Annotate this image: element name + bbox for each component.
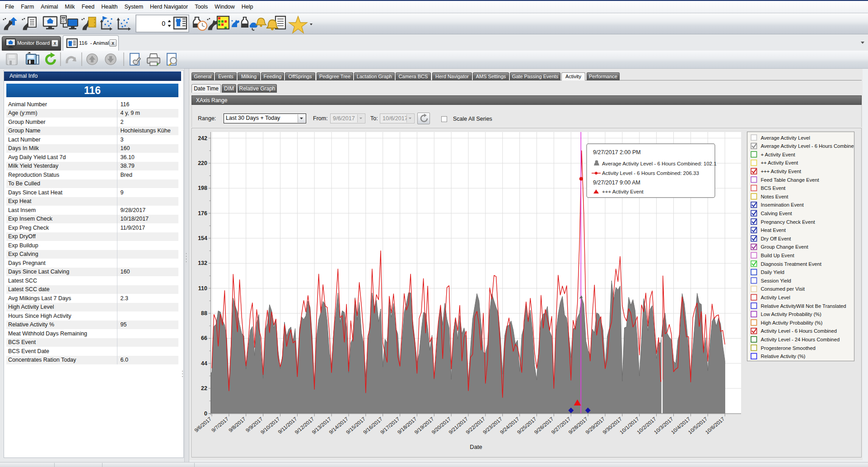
svg-text:+++ Activity Event: +++ Activity Event	[761, 169, 802, 174]
svg-text:Activity Level: Activity Level	[761, 295, 790, 300]
svg-text:Activity Level - 24 Hours Comb: Activity Level - 24 Hours Combined	[761, 337, 840, 342]
svg-text:Activity Level - 6 Hours Combi: Activity Level - 6 Hours Combined	[761, 328, 837, 334]
svg-text:Group Change Event: Group Change Event	[761, 244, 809, 250]
svg-text:88: 88	[201, 310, 207, 316]
svg-text:Date: Date	[470, 443, 482, 450]
svg-text:176: 176	[198, 210, 207, 217]
svg-text:+ Activity Event: + Activity Event	[761, 152, 796, 157]
svg-text:110: 110	[198, 285, 207, 292]
svg-text:9/6/2017: 9/6/2017	[193, 416, 212, 433]
svg-text:Average Activity Level - 6 Hou: Average Activity Level - 6 Hours Combine…	[761, 143, 857, 149]
svg-text:9/7/2017: 9/7/2017	[210, 416, 229, 433]
svg-text:Average Activity Level - 6 Hou: Average Activity Level - 6 Hours Combine…	[602, 161, 717, 166]
svg-text:Relative ActivityWill Not Be T: Relative ActivityWill Not Be Translated	[761, 303, 846, 309]
svg-text:Relative Activity (%): Relative Activity (%)	[761, 354, 806, 359]
svg-text:132: 132	[198, 260, 207, 266]
svg-text:Diagnosis Treatment Event: Diagnosis Treatment Event	[761, 261, 822, 267]
svg-text:10/6/2017: 10/6/2017	[704, 416, 725, 435]
svg-text:Session Yield: Session Yield	[761, 278, 791, 283]
svg-text:Progesterone Smoothed: Progesterone Smoothed	[761, 345, 816, 351]
svg-text:Feed Table Change Event: Feed Table Change Event	[761, 177, 820, 183]
svg-text:22: 22	[201, 385, 207, 392]
svg-text:High Activity Probability (%): High Activity Probability (%)	[761, 320, 823, 325]
svg-text:Low Activity Probability (%): Low Activity Probability (%)	[761, 311, 822, 317]
svg-text:Calving Event: Calving Event	[761, 211, 793, 216]
svg-text:Heat Event: Heat Event	[761, 227, 786, 233]
svg-text:Activity Level - 6 Hours Combi: Activity Level - 6 Hours Combined: 206.3…	[602, 170, 699, 176]
svg-text:242: 242	[198, 135, 207, 142]
svg-text:Dry Off Event: Dry Off Event	[761, 236, 792, 241]
svg-text:Notes Event: Notes Event	[761, 194, 789, 199]
svg-text:44: 44	[201, 360, 207, 367]
svg-text:Build Up Event: Build Up Event	[761, 253, 795, 258]
svg-text:220: 220	[198, 160, 207, 166]
svg-text:9/27/2017 9:00 AM: 9/27/2017 9:00 AM	[593, 179, 640, 186]
svg-text:Insemination Event: Insemination Event	[761, 202, 804, 208]
svg-text:Daily Yield: Daily Yield	[761, 269, 784, 275]
svg-text:Consumed per Visit: Consumed per Visit	[761, 286, 805, 292]
svg-text:+++ Activity Event: +++ Activity Event	[602, 189, 644, 194]
svg-text:Pregnancy Check Event: Pregnancy Check Event	[761, 219, 816, 225]
svg-text:154: 154	[198, 235, 207, 241]
svg-text:BCS Event: BCS Event	[761, 185, 786, 191]
svg-text:9/8/2017: 9/8/2017	[228, 416, 247, 433]
svg-text:9/10/2017: 9/10/2017	[260, 416, 281, 435]
svg-text:9/27/2017 2:00 PM: 9/27/2017 2:00 PM	[593, 149, 641, 156]
svg-text:198: 198	[198, 185, 207, 191]
svg-text:Average Activity Level: Average Activity Level	[761, 135, 810, 141]
svg-text:++ Activity Event: ++ Activity Event	[761, 160, 799, 165]
svg-text:0: 0	[204, 410, 207, 417]
svg-text:66: 66	[201, 335, 207, 341]
